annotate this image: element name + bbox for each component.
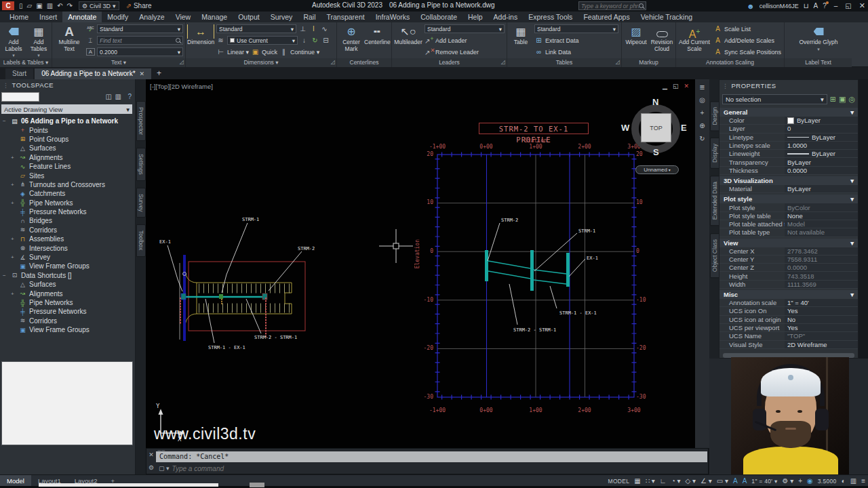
dim-layer-select[interactable]: Use Current▾ (227, 36, 298, 45)
tree-item-view-frame-groups[interactable]: ▣ View Frame Groups (1, 262, 132, 270)
tab-add-ins[interactable]: Add-ins (488, 12, 524, 22)
recent-commands-icon[interactable]: ▢ ▾ (159, 465, 170, 472)
tab-featured-apps[interactable]: Featured Apps (578, 12, 635, 22)
open-folder-icon[interactable]: ▱ (27, 2, 33, 9)
command-history-line[interactable]: Command: *Cancel* (156, 451, 707, 462)
dialog-launcher-icon[interactable]: ◿ (331, 58, 335, 66)
property-row[interactable]: Plot table typeNot available (719, 228, 858, 237)
add-tables-button[interactable]: ▦ Add Tables▾ (26, 24, 51, 59)
lineweight-display-icon[interactable]: ▭ ▾ (717, 477, 728, 485)
tree-expander-icon[interactable]: + (11, 291, 18, 297)
tree-item-point-groups[interactable]: ⊞ Point Groups (1, 135, 132, 144)
drawing-area[interactable]: [-][Top][2D Wireframe] ▁ ◱ ✕ (146, 79, 695, 448)
annotation-scale-control[interactable]: 1" = 40' ▾ (751, 478, 777, 485)
property-row[interactable]: Plot styleByColor (719, 203, 858, 211)
app-logo[interactable]: C (2, 1, 14, 10)
tab-survey[interactable]: Survey (265, 12, 298, 22)
dim-perpendicular-icon[interactable]: ⊥ (298, 25, 307, 33)
osnap-icon[interactable]: ∠ ▾ (701, 477, 712, 485)
property-row[interactable]: LinetypeByLayer (719, 134, 858, 142)
dialog-launcher-icon[interactable]: ◿ (616, 58, 620, 66)
tree-item-pressure-networks[interactable]: ╪ Pressure Networks (1, 207, 132, 216)
tree-expander-icon[interactable]: + (11, 200, 18, 206)
section-header[interactable]: General▾ (719, 108, 858, 117)
toggle-pickadd-icon[interactable]: ⊞ (830, 95, 836, 104)
tree-expander-icon[interactable]: − (3, 118, 10, 124)
tree-expander-icon[interactable]: + (11, 254, 18, 260)
text-height-select[interactable]: 0.2000▾ (97, 47, 183, 56)
tree-item-bridges[interactable]: ∩ Bridges (1, 216, 132, 225)
properties-tab-object-class[interactable]: Object Class (710, 233, 719, 278)
tree-item-drawing[interactable]: − ▤ 06 Adding a Pipe to a Network (1, 117, 132, 125)
toolspace-item-view[interactable] (1, 361, 133, 445)
tree-item-corridors[interactable]: ≋ Corridors (1, 226, 132, 235)
property-row[interactable]: Layer0 (719, 125, 858, 133)
ortho-mode-icon[interactable]: ∟ (660, 477, 667, 485)
tree-expander-icon[interactable]: − (3, 272, 10, 279)
tree-item-ds-view-frame-groups[interactable]: ▣ View Frame Groups (1, 325, 132, 334)
property-row[interactable]: Thickness0.0000 (719, 167, 858, 175)
multileader-button[interactable]: ↖○ Multileader (393, 24, 423, 46)
tab-modify[interactable]: Modify (102, 12, 134, 22)
property-row[interactable]: UCS icon OnYes (719, 307, 858, 315)
property-row[interactable]: Center X2778.3462 (719, 247, 858, 256)
section-header[interactable]: View▾ (719, 239, 858, 247)
table-button[interactable]: ▦ Table (509, 24, 533, 46)
search-input[interactable] (581, 3, 639, 9)
new-file-icon[interactable]: ▯ (19, 2, 23, 9)
tab-vehicle-tracking[interactable]: Vehicle Tracking (635, 12, 698, 22)
add-leader-button[interactable]: ↗+Add Leader (425, 35, 505, 45)
add-current-scale-button[interactable]: A+ Add Current Scale (677, 24, 711, 52)
property-row[interactable]: Plot style tableNone (719, 212, 858, 220)
isodraft-icon[interactable]: ◇ ▾ (686, 477, 696, 485)
command-input[interactable] (172, 465, 707, 472)
tab-help[interactable]: Help (462, 12, 488, 22)
annotation-monitor-icon[interactable]: + (798, 477, 802, 485)
polar-tracking-icon[interactable]: ◔ ▾ (671, 477, 681, 485)
quick-button[interactable]: Quick (262, 49, 277, 56)
save-icon[interactable]: ▣ (36, 2, 42, 9)
user-avatar-icon[interactable]: ☻ (747, 2, 755, 10)
tree-item-turnouts[interactable]: + ⋔ Turnouts and Crossovers (1, 180, 132, 189)
viewcube-top-face[interactable]: TOP (641, 113, 671, 142)
property-row[interactable]: TransparencyByLayer (719, 158, 858, 166)
toolspace-tab-survey[interactable]: Survey (136, 188, 146, 218)
property-row[interactable]: Annotation scale1" = 40' (719, 299, 858, 307)
property-row[interactable]: UCS Name"TOP" (719, 332, 858, 340)
scale-list-button[interactable]: AScale List (713, 24, 784, 34)
workspace-switching-icon[interactable]: ⚙ ▾ (783, 477, 794, 485)
isolate-objects-icon[interactable]: ◐ (842, 477, 846, 485)
find-search-icon[interactable] (176, 38, 180, 43)
tab-express-tools[interactable]: Express Tools (523, 12, 578, 22)
model-tab[interactable]: Model (0, 475, 31, 487)
model-space-toggle[interactable]: MODEL (608, 478, 630, 485)
help-icon[interactable]: ? (127, 93, 132, 100)
property-row[interactable]: Center Y7558.9311 (719, 256, 858, 264)
tab-analyze[interactable]: Analyze (134, 12, 170, 22)
zoom-icon[interactable]: ⊕ (699, 122, 705, 129)
section-header[interactable]: 3D Visualization▾ (719, 176, 858, 185)
plot-icon[interactable]: ▥ (47, 2, 53, 9)
properties-tab-display[interactable]: Display (710, 138, 719, 169)
add-labels-button[interactable]: Add Labels▾ (1, 24, 26, 59)
revision-cloud-button[interactable]: Revision Cloud (649, 24, 675, 52)
tree-item-ds-pipe-networks[interactable]: ╬ Pipe Networks (1, 298, 132, 307)
default-lineweight-label[interactable]: 3.5000 (818, 478, 837, 485)
tab-collaborate[interactable]: Collaborate (415, 12, 462, 22)
property-row[interactable]: Visual Style2D Wireframe (719, 341, 858, 349)
property-row[interactable]: Plot table attached toModel (719, 220, 858, 228)
tab-home[interactable]: Home (4, 12, 34, 22)
dim-jog-icon[interactable]: ∿ (320, 25, 329, 33)
tree-expander-icon[interactable]: + (11, 182, 18, 188)
orbit-icon[interactable]: ↻ (699, 135, 705, 142)
tree-item-ds-pressure-networks[interactable]: ╪ Pressure Networks (1, 307, 132, 316)
tree-expander-icon[interactable]: + (11, 155, 18, 161)
close-tab-icon[interactable]: ✕ (140, 70, 145, 77)
tree-item-assemblies[interactable]: + ⊓ Assemblies (1, 235, 132, 243)
select-objects-icon[interactable]: ▣ (839, 95, 846, 104)
app-store-icon[interactable]: A (814, 2, 818, 9)
section-header[interactable]: Plot style▾ (719, 195, 858, 203)
new-drawing-tab-button[interactable]: + (153, 68, 165, 79)
property-row[interactable]: MaterialByLayer (719, 185, 858, 193)
start-tab[interactable]: Start (5, 68, 33, 79)
